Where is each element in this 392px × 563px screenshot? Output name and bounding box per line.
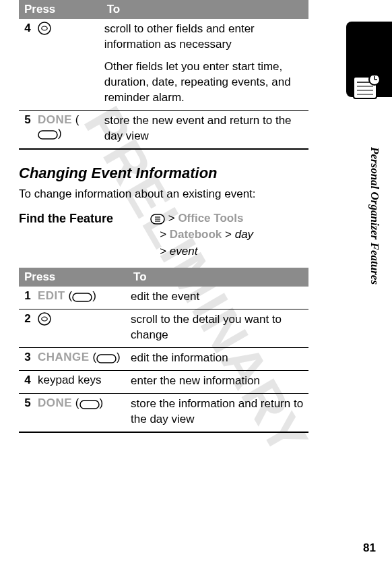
step-number: 4	[19, 371, 35, 392]
nav-key-icon	[38, 22, 51, 35]
menu-path-variable: day	[235, 228, 253, 241]
find-feature-path: > Office Tools > Datebook > day > event	[150, 210, 253, 260]
page-number: 81	[363, 541, 376, 555]
table-row: 3 CHANGE () edit the information	[19, 348, 308, 369]
softkey-label: CHANGE	[38, 351, 90, 363]
section-heading: Changing Event Information	[19, 165, 308, 182]
softkey-label: DONE	[38, 113, 72, 126]
softkey-label: DONE	[38, 396, 72, 409]
table-header: Press To	[19, 0, 308, 19]
menu-path-item: Datebook	[170, 228, 222, 241]
softkey-icon	[72, 293, 92, 302]
to-text: scroll to other fields and enter informa…	[104, 22, 306, 53]
to-cell: store the new event and return to the da…	[102, 110, 308, 146]
side-section-label: Personal Organizer Features	[368, 115, 381, 317]
to-cell: scroll to other fields and enter informa…	[102, 19, 308, 109]
to-cell: scroll to the detail you want to change	[128, 309, 308, 346]
to-text-secondary: Other fields let you enter start time, d…	[104, 59, 306, 106]
press-cell: EDIT ()	[35, 287, 128, 307]
page-content: Press To 4 scroll to other fields and en…	[19, 0, 308, 433]
press-cell: keypad keys	[35, 371, 128, 392]
softkey-label: EDIT	[38, 289, 65, 302]
svg-rect-8	[372, 73, 377, 76]
step-number: 5	[19, 394, 35, 430]
step-number: 1	[19, 287, 35, 307]
table-row: 4 scroll to other fields and enter infor…	[19, 19, 308, 109]
svg-rect-11	[38, 131, 57, 139]
header-press: Press	[19, 268, 128, 287]
steps-table-continued: Press To 4 scroll to other fields and en…	[19, 0, 308, 150]
header-to: To	[102, 0, 308, 19]
softkey-icon	[96, 354, 117, 363]
to-cell: store the information and return to the …	[128, 394, 308, 430]
header-to: To	[128, 268, 308, 287]
svg-rect-19	[97, 355, 116, 363]
to-cell: enter the new information	[128, 371, 308, 392]
table-row: 2 scroll to the detail you want to chang…	[19, 309, 308, 346]
softkey-icon	[38, 130, 58, 140]
step-number: 4	[19, 19, 35, 109]
menu-path-variable: event	[170, 245, 198, 258]
step-number: 2	[19, 309, 35, 346]
menu-path-item: Office Tools	[178, 212, 243, 225]
press-cell: DONE ()	[35, 394, 128, 430]
table-row: 1 EDIT () edit the event	[19, 287, 308, 307]
svg-point-17	[38, 313, 51, 325]
find-the-feature: Find the Feature > Office Tools > Datebo…	[19, 210, 308, 260]
menu-key-icon	[150, 214, 165, 225]
step-number: 3	[19, 348, 35, 369]
find-feature-label: Find the Feature	[19, 210, 150, 226]
datebook-icon	[352, 73, 381, 102]
table-header: Press To	[19, 268, 308, 287]
to-cell: edit the information	[128, 348, 308, 369]
svg-rect-16	[73, 293, 92, 301]
step-number: 5	[19, 110, 35, 146]
table-row: 5 DONE () store the information and retu…	[19, 394, 308, 430]
table-row: 5 DONE () store the new event and return…	[19, 110, 308, 146]
svg-point-9	[38, 22, 51, 34]
press-cell	[35, 19, 102, 109]
header-press: Press	[19, 0, 102, 19]
svg-rect-20	[80, 401, 99, 409]
press-cell: CHANGE ()	[35, 348, 128, 369]
section-intro: To change information about an existing …	[19, 187, 308, 201]
steps-table: Press To 1 EDIT () edit the event 2 scro…	[19, 268, 308, 433]
softkey-icon	[79, 400, 100, 409]
press-cell	[35, 309, 128, 346]
press-plain-text: keypad keys	[38, 374, 102, 386]
nav-key-icon	[38, 312, 51, 326]
press-cell: DONE ()	[35, 110, 102, 146]
to-cell: edit the event	[128, 287, 308, 307]
table-row: 4 keypad keys enter the new information	[19, 371, 308, 392]
